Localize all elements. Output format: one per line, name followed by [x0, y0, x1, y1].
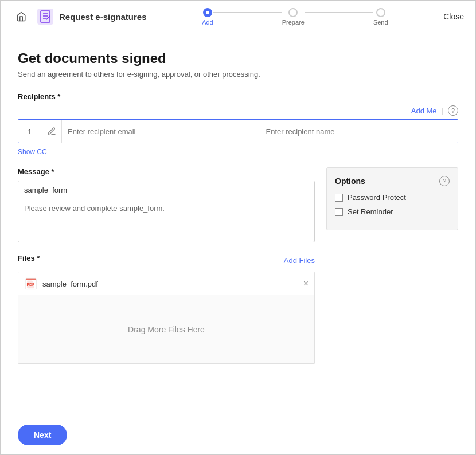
next-button[interactable]: Next: [18, 425, 67, 445]
password-protect-option[interactable]: Password Protect: [335, 193, 450, 202]
recipients-label: Recipients *: [18, 92, 458, 101]
footer: Next: [1, 415, 475, 454]
svg-text:PDF: PDF: [26, 283, 34, 287]
main-layout: Message * Please review and complete sam…: [18, 167, 458, 364]
home-button[interactable]: [12, 7, 30, 26]
right-column: Options ? Password Protect Set Reminder: [326, 167, 458, 230]
step-send-label: Send: [373, 19, 388, 26]
step-line-2: [305, 12, 373, 13]
files-label: Files *: [18, 254, 40, 262]
step-add: Add: [202, 8, 213, 26]
app-icon: [36, 7, 54, 26]
options-title: Options: [335, 176, 365, 186]
drag-drop-zone[interactable]: Drag More Files Here: [18, 295, 315, 364]
step-line-1: [213, 12, 282, 13]
file-left: PDF sample_form.pdf: [24, 277, 98, 291]
step-prepare-circle: [288, 8, 298, 17]
step-add-circle: [203, 8, 212, 17]
message-subject-input[interactable]: [18, 181, 314, 199]
step-send-circle: [376, 8, 385, 17]
recipient-row: 1: [18, 119, 458, 143]
file-item: PDF sample_form.pdf ×: [18, 272, 315, 295]
set-reminder-option[interactable]: Set Reminder: [335, 207, 450, 216]
step-add-label: Add: [202, 19, 213, 26]
options-help-icon[interactable]: ?: [439, 176, 450, 186]
message-body-textarea[interactable]: Please review and complete sample_form.: [18, 199, 314, 240]
recipient-name-input[interactable]: [260, 120, 458, 143]
password-protect-checkbox[interactable]: [335, 194, 343, 202]
message-box: Please review and complete sample_form.: [18, 181, 315, 242]
header: Request e-signatures Add Prepare Send Cl…: [1, 1, 475, 33]
page-title: Get documents signed: [18, 50, 458, 66]
add-me-link[interactable]: Add Me: [411, 107, 437, 115]
recipient-pen-icon: [41, 120, 62, 143]
options-panel: Options ? Password Protect Set Reminder: [326, 167, 458, 230]
close-button[interactable]: Close: [443, 12, 464, 21]
step-prepare-label: Prepare: [282, 19, 305, 26]
options-header: Options ?: [335, 176, 450, 186]
main-content: Get documents signed Send an agreement t…: [1, 33, 475, 415]
password-protect-label: Password Protect: [348, 193, 406, 202]
header-title: Request e-signatures: [59, 12, 147, 22]
drag-text: Drag More Files Here: [128, 325, 205, 334]
pipe-divider: |: [442, 107, 443, 115]
set-reminder-label: Set Reminder: [348, 207, 393, 216]
recipients-header: Add Me | ?: [18, 105, 458, 116]
files-header: Files * Add Files: [18, 254, 315, 267]
add-files-link[interactable]: Add Files: [284, 256, 315, 265]
left-column: Message * Please review and complete sam…: [18, 167, 315, 364]
files-section: Files * Add Files PDF: [18, 254, 315, 364]
set-reminder-checkbox[interactable]: [335, 208, 343, 216]
recipient-email-input[interactable]: [62, 120, 260, 143]
step-send: Send: [373, 8, 388, 26]
recipient-number: 1: [18, 120, 41, 143]
step-prepare: Prepare: [282, 8, 305, 26]
pdf-icon: PDF: [24, 277, 38, 291]
stepper: Add Prepare Send: [147, 8, 444, 26]
message-label: Message *: [18, 167, 315, 176]
app-window: Request e-signatures Add Prepare Send Cl…: [0, 0, 476, 455]
page-subtitle: Send an agreement to others for e-signin…: [18, 70, 458, 79]
show-cc-link[interactable]: Show CC: [18, 148, 458, 156]
recipients-help-icon[interactable]: ?: [448, 105, 458, 116]
file-remove-button[interactable]: ×: [303, 279, 309, 288]
message-section: Message * Please review and complete sam…: [18, 167, 315, 242]
file-name: sample_form.pdf: [42, 280, 98, 288]
